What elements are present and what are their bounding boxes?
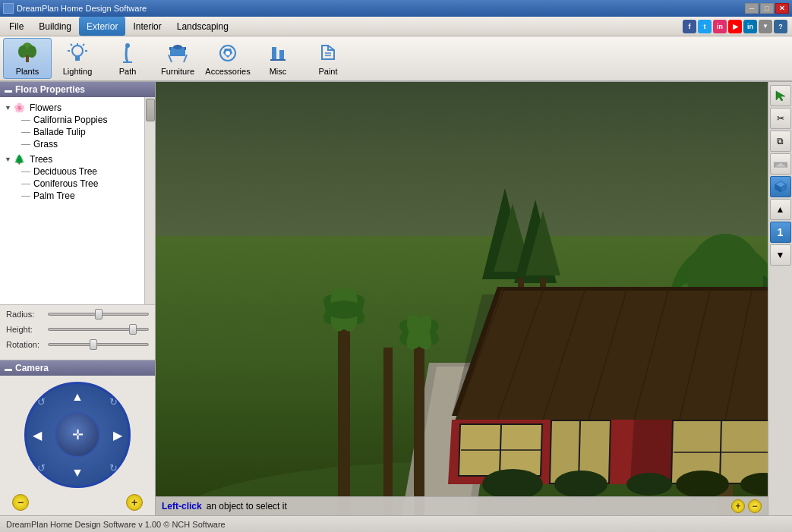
- camera-up-arrow[interactable]: ▲: [71, 390, 84, 404]
- camera-wheel[interactable]: ▲ ▼ ◀ ▶ ↺ ↻ ↺ ↻ ✛: [24, 382, 131, 488]
- tool-furniture-label: Furniture: [161, 67, 194, 76]
- status-description: an object to select it: [207, 501, 287, 512]
- svg-line-8: [83, 44, 84, 46]
- help-icon[interactable]: ?: [774, 20, 787, 33]
- tree-item-ballade-tulip[interactable]: — Ballade Tulip: [0, 126, 144, 138]
- camera-right-arrow[interactable]: ▶: [113, 428, 122, 442]
- bullet-icon: —: [21, 127, 30, 137]
- tree-parent-flowers[interactable]: ▼ 🌸 Flowers: [0, 102, 144, 114]
- tool-lighting[interactable]: Lighting: [53, 38, 102, 79]
- toolbar: Plants Lighting Path: [0, 36, 792, 82]
- level-button[interactable]: 1: [770, 222, 791, 243]
- status-hint: Left-click an object to select it: [162, 501, 287, 512]
- camera-rotate-bl[interactable]: ↺: [37, 462, 46, 474]
- height-slider[interactable]: [48, 328, 149, 331]
- furniture-icon: [166, 41, 190, 65]
- tool-paint[interactable]: Paint: [304, 38, 352, 79]
- tool-misc-label: Misc: [270, 67, 287, 76]
- maximize-button[interactable]: □: [760, 3, 774, 14]
- app-icon: [3, 3, 14, 14]
- camera-rotate-tr[interactable]: ↻: [109, 396, 118, 408]
- tree-item-palm[interactable]: — Palm Tree: [0, 190, 144, 202]
- menu-landscaping[interactable]: Landscaping: [169, 17, 236, 36]
- status-action: Left-click: [162, 501, 202, 512]
- camera-left-arrow[interactable]: ◀: [33, 428, 42, 442]
- cube-button[interactable]: [770, 176, 791, 197]
- properties-panel: Radius: Height: Rotation:: [0, 304, 155, 360]
- camera-center[interactable]: ✛: [55, 412, 100, 458]
- tool-accessories[interactable]: Accessories: [204, 38, 252, 79]
- tool-path[interactable]: Path: [103, 38, 152, 79]
- left-panel: ▬ Flora Properties ▼ 🌸 Flowers — Califor…: [0, 82, 156, 515]
- titlebar-left: DreamPlan Home Design Software: [3, 3, 147, 14]
- tree-section-trees: ▼ 🌲 Trees — Deciduous Tree — Coniferous …: [0, 152, 144, 203]
- tool-path-label: Path: [119, 67, 137, 76]
- tree-parent-trees[interactable]: ▼ 🌲 Trees: [0, 153, 144, 165]
- facebook-icon[interactable]: f: [683, 20, 696, 33]
- radius-thumb[interactable]: [95, 309, 103, 320]
- svg-point-3: [27, 46, 36, 58]
- bullet-icon: —: [21, 115, 30, 125]
- svg-marker-73: [776, 91, 785, 101]
- menu-exterior[interactable]: Exterior: [79, 17, 125, 36]
- svg-rect-14: [272, 47, 276, 59]
- tool-plants[interactable]: Plants: [3, 38, 52, 79]
- tree-item-grass[interactable]: — Grass: [0, 138, 144, 150]
- minimize-button[interactable]: ─: [745, 3, 759, 14]
- accessories-icon: [216, 41, 240, 65]
- titlebar: DreamPlan Home Design Software ─ □ ✕: [0, 0, 792, 17]
- twitter-icon[interactable]: t: [698, 20, 712, 33]
- linkedin-icon[interactable]: in: [743, 20, 757, 33]
- rotation-label: Rotation:: [6, 340, 48, 349]
- menubar-right: f t in ▶ in ▼ ?: [683, 17, 790, 36]
- main-content: ▬ Flora Properties ▼ 🌸 Flowers — Califor…: [0, 82, 792, 515]
- height-label: Height:: [6, 325, 48, 334]
- trees-label: Trees: [30, 154, 52, 165]
- rotation-slider[interactable]: [48, 343, 149, 346]
- titlebar-controls[interactable]: ─ □ ✕: [745, 3, 789, 14]
- expand-flowers-icon: ▼: [5, 104, 12, 112]
- zoom-out-button[interactable]: −: [12, 494, 29, 511]
- up-arrow-button[interactable]: ▲: [770, 199, 791, 220]
- camera-rotate-br[interactable]: ↻: [109, 462, 118, 474]
- down-arrow-button[interactable]: ▼: [770, 244, 791, 266]
- camera-down-arrow[interactable]: ▼: [71, 466, 84, 480]
- tree-item-coniferous[interactable]: — Coniferous Tree: [0, 178, 144, 190]
- ground: [156, 236, 768, 496]
- zoom-in-button[interactable]: +: [126, 494, 143, 511]
- tool-furniture[interactable]: Furniture: [153, 38, 202, 79]
- radius-slider[interactable]: [48, 313, 149, 316]
- close-button[interactable]: ✕: [775, 3, 789, 14]
- cursor-tool-button[interactable]: [770, 85, 791, 106]
- flora-title: Flora Properties: [15, 84, 85, 95]
- tool-misc[interactable]: Misc: [254, 38, 302, 79]
- right-tools-panel: ✂ ⧉ ▲ 1 ▼: [768, 82, 792, 515]
- tree-item-deciduous[interactable]: — Deciduous Tree: [0, 165, 144, 178]
- flower-folder-icon: 🌸: [14, 102, 25, 113]
- instagram-icon[interactable]: in: [713, 20, 727, 33]
- more-icon[interactable]: ▼: [759, 20, 772, 33]
- menu-building[interactable]: Building: [31, 17, 79, 36]
- viewport-zoom-out[interactable]: −: [748, 499, 762, 513]
- copy-button[interactable]: ⧉: [770, 131, 791, 152]
- rotation-thumb[interactable]: [90, 339, 97, 350]
- flora-scrollbar[interactable]: [144, 97, 155, 304]
- flora-tree: ▼ 🌸 Flowers — California Poppies — Balla…: [0, 97, 144, 304]
- youtube-icon[interactable]: ▶: [728, 20, 742, 33]
- plane-button[interactable]: [770, 153, 791, 175]
- svg-point-11: [173, 45, 182, 49]
- radius-label: Radius:: [6, 310, 48, 319]
- version-text: DreamPlan Home Design Software v 1.00 © …: [6, 520, 226, 529]
- viewport-zoom-in[interactable]: +: [731, 499, 745, 513]
- flowers-label: Flowers: [30, 102, 62, 113]
- menu-interior[interactable]: Interior: [125, 17, 169, 36]
- bullet-icon: —: [21, 190, 30, 201]
- tree-item-california-poppies[interactable]: — California Poppies: [0, 114, 144, 126]
- menu-file[interactable]: File: [2, 17, 31, 36]
- tree-section-flowers: ▼ 🌸 Flowers — California Poppies — Balla…: [0, 100, 144, 152]
- scissors-button[interactable]: ✂: [770, 108, 791, 129]
- height-thumb[interactable]: [129, 324, 137, 335]
- camera-rotate-tl[interactable]: ↺: [37, 396, 46, 408]
- viewport[interactable]: Left-click an object to select it + −: [156, 82, 768, 515]
- svg-rect-1: [26, 55, 29, 62]
